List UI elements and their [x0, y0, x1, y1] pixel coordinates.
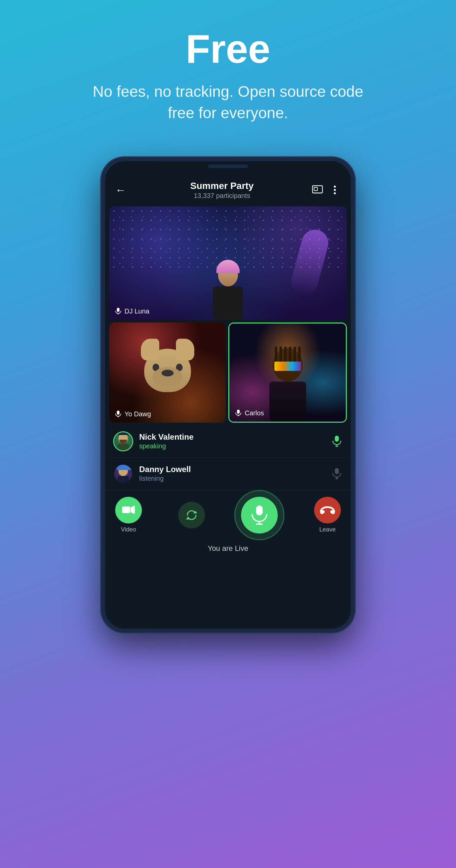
bottom-controls: Video	[105, 490, 351, 566]
nick-avatar	[113, 431, 133, 452]
hero-section: Free No fees, no tracking. Open source c…	[0, 0, 456, 144]
app-header: ← Summer Party 13,337 participants	[105, 171, 351, 206]
danny-status: listening	[139, 475, 331, 483]
notch-bar	[208, 164, 248, 168]
leave-btn-label: Leave	[319, 526, 335, 533]
nick-avatar-image	[114, 432, 132, 451]
live-status-label: You are Live	[208, 544, 248, 553]
dog-ear-left	[141, 339, 159, 360]
channel-title: Summer Party	[132, 181, 311, 191]
nick-beard	[120, 440, 127, 444]
screen-share-button[interactable]	[311, 184, 324, 196]
dog-nose	[161, 370, 174, 376]
participant-danny-lowell: Danny Lowell listening	[105, 458, 351, 490]
carlos-torso	[269, 381, 306, 422]
nick-name: Nick Valentine	[139, 432, 331, 442]
carlos-label: Carlos	[235, 409, 264, 417]
nick-torso	[118, 444, 129, 451]
controls-row: Video	[115, 497, 341, 533]
danny-hat	[117, 465, 129, 467]
phone-frame: ← Summer Party 13,337 participants	[101, 157, 355, 633]
svg-rect-7	[117, 411, 120, 415]
video-carlos: Carlos	[228, 322, 347, 423]
danny-head	[119, 466, 128, 476]
dj-torso	[213, 286, 243, 320]
danny-name: Danny Lowell	[139, 465, 331, 474]
danny-torso	[118, 476, 129, 483]
svg-rect-1	[314, 187, 317, 191]
dj-luna-name: DJ Luna	[124, 307, 150, 315]
participant-nick-valentine: Nick Valentine speaking	[105, 425, 351, 458]
svg-rect-5	[117, 308, 120, 312]
dog-ear-right	[176, 339, 194, 360]
more-options-button[interactable]	[329, 184, 341, 196]
yo-dawg-name: Yo Dawg	[124, 410, 151, 418]
video-dj-luna: DJ Luna	[109, 206, 347, 320]
header-info: Summer Party 13,337 participants	[132, 181, 311, 199]
flip-btn-circle[interactable]	[178, 502, 205, 528]
nick-head	[119, 433, 128, 444]
phone-screen: ← Summer Party 13,337 participants	[105, 161, 351, 629]
participant-count: 13,337 participants	[132, 192, 311, 199]
main-mic-button[interactable]	[241, 497, 278, 533]
carlos-name: Carlos	[245, 409, 264, 417]
phone-container: ← Summer Party 13,337 participants	[101, 157, 355, 633]
phone-notch	[105, 161, 351, 171]
carlos-glasses	[274, 362, 301, 371]
dj-figure	[213, 263, 243, 320]
participants-list: Nick Valentine speaking	[105, 425, 351, 490]
svg-rect-9	[237, 410, 240, 414]
svg-rect-11	[335, 436, 339, 442]
svg-rect-14	[335, 468, 339, 474]
svg-rect-17	[122, 506, 130, 513]
svg-marker-18	[130, 505, 135, 514]
dj-head	[218, 263, 238, 286]
hero-title: Free	[186, 27, 270, 71]
nick-mic-icon	[331, 435, 343, 447]
svg-point-4	[334, 192, 336, 194]
svg-point-2	[334, 186, 336, 188]
danny-avatar	[113, 464, 133, 484]
danny-avatar-image	[114, 465, 132, 483]
carlos-head	[273, 348, 303, 381]
hero-subtitle: No fees, no tracking. Open source code f…	[78, 81, 378, 124]
header-actions	[311, 184, 341, 196]
danny-info: Danny Lowell listening	[139, 465, 331, 483]
mic-pulse-ring	[234, 490, 284, 540]
flip-camera-button[interactable]	[178, 502, 205, 528]
video-yo-dawg: Yo Dawg	[109, 322, 226, 423]
nick-status: speaking	[139, 442, 331, 450]
nick-cap	[118, 432, 129, 435]
danny-mic-icon	[331, 468, 343, 480]
video-grid: DJ Luna	[105, 206, 351, 423]
video-button[interactable]: Video	[115, 497, 142, 533]
yo-dawg-label: Yo Dawg	[115, 410, 151, 418]
leave-button[interactable]: Leave	[314, 497, 341, 533]
danny-figure	[118, 466, 129, 483]
svg-point-3	[334, 189, 336, 191]
leave-btn-circle[interactable]	[314, 497, 341, 524]
video-row: Yo Dawg	[109, 322, 347, 423]
video-btn-circle[interactable]	[115, 497, 142, 524]
danny-brim	[117, 467, 132, 470]
back-button[interactable]: ←	[115, 184, 126, 196]
nick-figure	[118, 433, 129, 451]
dog-head	[144, 348, 191, 392]
video-btn-label: Video	[121, 526, 136, 533]
dog-muzzle	[153, 367, 183, 387]
nick-info: Nick Valentine speaking	[139, 432, 331, 450]
dj-luna-label: DJ Luna	[115, 307, 150, 315]
